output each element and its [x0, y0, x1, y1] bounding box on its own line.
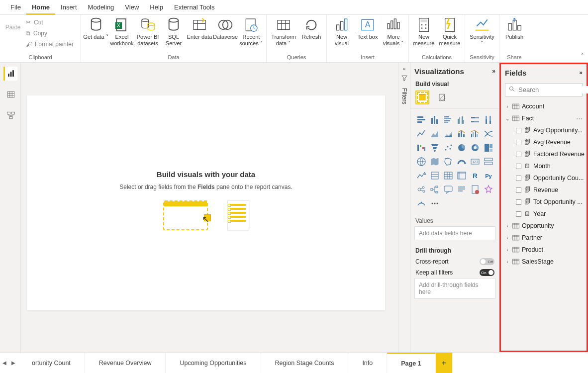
field-year[interactable]: 🗓Year [503, 208, 585, 220]
keep-filters-toggle[interactable]: On [480, 269, 494, 276]
model-view-button[interactable] [3, 108, 17, 122]
menu-modeling[interactable]: Modeling [83, 0, 120, 15]
new-visual-button[interactable]: New visual [329, 16, 355, 53]
viz-stacked-bar[interactable] [415, 114, 427, 126]
viz-qa[interactable] [442, 184, 454, 195]
viz-line[interactable] [415, 128, 427, 140]
dataverse-button[interactable]: Dataverse [212, 16, 238, 53]
sensitivity-button[interactable]: Sensitivity˅ [467, 16, 497, 53]
new-measure-button[interactable]: New measure [411, 16, 437, 53]
table-product[interactable]: ›Product [503, 244, 585, 256]
drill-through-well[interactable]: Add drill-through fields here [414, 278, 495, 299]
viz-100-stacked-column[interactable] [483, 114, 494, 126]
sql-server-button[interactable]: SQL Server [161, 16, 187, 53]
viz-ribbon[interactable] [483, 128, 494, 140]
page-tab-opportunity-count[interactable]: ortunity Count [18, 353, 85, 373]
data-view-button[interactable] [3, 88, 17, 101]
powerbi-datasets-button[interactable]: Power BI datasets [135, 16, 161, 53]
values-well[interactable]: Add data fields here [414, 226, 495, 240]
cross-report-toggle[interactable]: Off [480, 258, 494, 265]
viz-area[interactable] [429, 128, 441, 140]
menu-home[interactable]: Home [26, 0, 55, 15]
text-box-button[interactable]: AText box [355, 16, 381, 53]
table-account[interactable]: ›Account [503, 100, 585, 112]
viz-smart-narrative[interactable] [456, 184, 468, 195]
paste-button[interactable]: Paste [2, 16, 24, 31]
field-avg-revenue[interactable]: 🗐Avg Revenue [503, 136, 585, 148]
viz-multi-row-card[interactable] [483, 156, 494, 168]
viz-pie[interactable] [456, 142, 468, 154]
copy-button[interactable]: ⧉Copy [26, 28, 47, 39]
viz-stacked-area[interactable] [442, 128, 454, 140]
viz-scatter[interactable] [442, 142, 454, 154]
viz-waterfall[interactable] [415, 142, 427, 154]
publish-button[interactable]: Publish [501, 16, 527, 53]
viz-map[interactable] [415, 156, 427, 168]
viz-clustered-bar[interactable] [442, 114, 454, 126]
excel-workbook-button[interactable]: XExcel workbook [109, 16, 135, 53]
viz-python[interactable]: Py [483, 170, 494, 182]
format-painter-button[interactable]: 🖌Format painter [26, 39, 74, 50]
viz-more-options[interactable] [429, 197, 441, 209]
page-scroll-right[interactable]: ▶ [9, 353, 18, 373]
viz-kpi[interactable]: ▲ [415, 170, 427, 182]
ribbon-collapse-button[interactable]: ˄ [581, 53, 584, 59]
viz-matrix[interactable] [456, 170, 468, 182]
viz-treemap[interactable] [483, 142, 494, 154]
field-opportunity-count[interactable]: 🗐Opportunity Cou... [503, 172, 585, 184]
more-visuals-button[interactable]: More visuals ˅ [381, 16, 406, 53]
enter-data-button[interactable]: Enter data [187, 16, 212, 53]
table-opportunity[interactable]: ›Opportunity [503, 220, 585, 232]
page-tab-page1[interactable]: Page 1 [387, 353, 435, 373]
menu-help[interactable]: Help [144, 0, 169, 15]
viz-decomposition-tree[interactable] [429, 184, 441, 195]
page-tab-info[interactable]: Info [348, 353, 387, 373]
menu-file[interactable]: File [5, 0, 26, 15]
add-page-button[interactable]: + [436, 353, 453, 373]
viz-arcgis[interactable] [415, 197, 427, 209]
viz-key-influencers[interactable] [415, 184, 427, 195]
report-canvas[interactable]: Build visuals with your data Select or d… [27, 95, 385, 310]
viz-donut[interactable] [469, 142, 481, 154]
viz-paginated-report[interactable] [469, 184, 481, 195]
page-scroll-left[interactable]: ◀ [0, 353, 9, 373]
cut-button[interactable]: ✂Cut [26, 17, 43, 28]
viz-stacked-column[interactable] [429, 114, 441, 126]
field-month[interactable]: 🗓Month [503, 160, 585, 172]
viz-collapse-button[interactable]: » [492, 68, 495, 75]
viz-100-stacked-bar[interactable] [469, 114, 481, 126]
transform-data-button[interactable]: Transform data ˅ [269, 16, 298, 53]
fields-collapse-button[interactable]: » [579, 69, 583, 76]
menu-insert[interactable]: Insert [55, 0, 83, 15]
viz-slicer[interactable] [429, 170, 441, 182]
viz-line-stacked-column[interactable] [456, 128, 468, 140]
menu-external-tools[interactable]: External Tools [169, 0, 220, 15]
viz-shape-map[interactable] [442, 156, 454, 168]
viz-funnel[interactable] [429, 142, 441, 154]
table-partner[interactable]: ›Partner [503, 232, 585, 244]
viz-clustered-column[interactable] [456, 114, 468, 126]
report-view-button[interactable] [3, 67, 17, 81]
quick-measure-button[interactable]: Quick measure [437, 16, 463, 53]
get-data-button[interactable]: Get data ˅ [83, 16, 109, 53]
fields-search-input[interactable] [518, 86, 588, 93]
viz-gauge[interactable] [456, 156, 468, 168]
page-tab-region-stage-counts[interactable]: Region Stage Counts [261, 353, 349, 373]
field-factored-revenue[interactable]: 🗐Factored Revenue [503, 148, 585, 160]
table-salesstage[interactable]: ›SalesStage [503, 256, 585, 268]
viz-filled-map[interactable] [429, 156, 441, 168]
viz-get-more[interactable] [483, 184, 494, 195]
fact-more-button[interactable]: ⋯ [576, 115, 585, 122]
filters-pane-collapsed[interactable]: « Filters [398, 63, 410, 352]
menu-view[interactable]: View [119, 0, 144, 15]
field-avg-opportunity[interactable]: 🗐Avg Opportunity... [503, 124, 585, 136]
page-tab-upcoming-opportunities[interactable]: Upcoming Opportunities [166, 353, 261, 373]
viz-r[interactable]: R [469, 170, 481, 182]
viz-table[interactable] [442, 170, 454, 182]
recent-sources-button[interactable]: Recent sources ˅ [238, 16, 264, 53]
field-tot-opportunity[interactable]: 🗐Tot Opportunity ... [503, 196, 585, 208]
table-fact[interactable]: ⌄Fact⋯ [503, 112, 585, 124]
viz-line-clustered-column[interactable] [469, 128, 481, 140]
format-visual-tab[interactable] [435, 91, 449, 104]
fields-search[interactable] [505, 83, 583, 96]
